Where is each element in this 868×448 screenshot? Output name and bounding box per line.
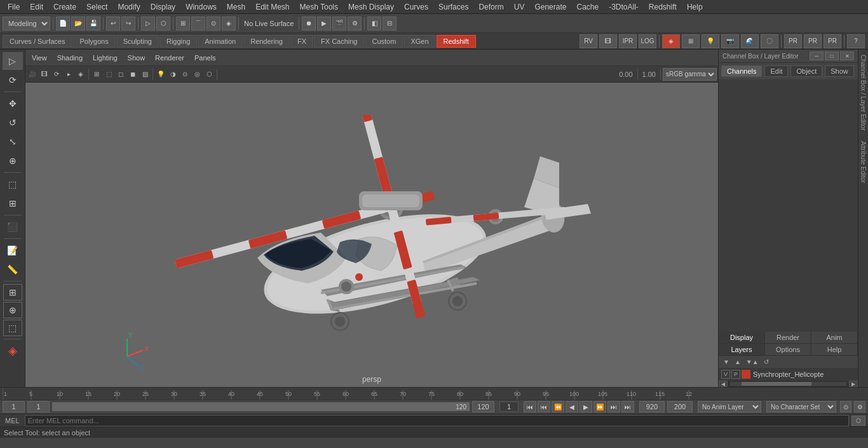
anim-end2-input[interactable] <box>667 401 693 412</box>
menu-deform[interactable]: Deform <box>473 1 508 13</box>
vi-shaded-btn[interactable]: ◼ <box>127 67 139 81</box>
redshift-tool[interactable]: ◈ <box>3 342 23 360</box>
rp-collapse-btn[interactable]: ─ <box>810 51 824 60</box>
tab-fx[interactable]: FX <box>290 35 313 48</box>
layer-refresh-btn[interactable]: ↺ <box>762 358 771 366</box>
show-manipulator-tool[interactable]: ⊞ <box>3 194 23 212</box>
vi-solo-btn[interactable]: ▸ <box>63 67 74 81</box>
vi-film-btn[interactable]: 🎞 <box>39 67 50 81</box>
render-settings-button[interactable]: ⚙ <box>348 17 362 31</box>
menu-edit-mesh[interactable]: Edit Mesh <box>250 1 294 13</box>
scroll-track[interactable] <box>730 382 846 386</box>
snap-grid-button[interactable]: ⊞ <box>176 17 190 31</box>
anim-layer-select[interactable]: No Anim Layer <box>698 401 761 412</box>
vi-ao-btn[interactable]: ⊙ <box>179 67 191 81</box>
cb-tab-show[interactable]: Show <box>825 65 854 77</box>
vp-shading-menu[interactable]: Shading <box>53 53 86 63</box>
cb-tab-channels[interactable]: Channels <box>721 65 762 77</box>
lasso-tool[interactable]: ⟳ <box>3 71 23 89</box>
anim-end-input[interactable] <box>639 401 665 412</box>
vi-wireframe-btn[interactable]: ◻ <box>115 67 126 81</box>
menu-select[interactable]: Select <box>81 1 112 13</box>
vp-lighting-menu[interactable]: Lighting <box>89 53 121 63</box>
save-scene-button[interactable]: 💾 <box>86 17 100 31</box>
color-space-select[interactable]: sRGB gamma <box>663 68 717 81</box>
current-frame-input-left[interactable] <box>3 401 25 412</box>
menu-cache[interactable]: Cache <box>571 1 604 13</box>
open-scene-button[interactable]: 📂 <box>71 17 85 31</box>
rs-light-btn[interactable]: 💡 <box>702 34 719 48</box>
rs-pr1-btn[interactable]: PR <box>784 34 802 48</box>
rp-float-btn[interactable]: □ <box>825 51 839 60</box>
measure-tool[interactable]: 📏 <box>3 261 23 278</box>
tab-render[interactable]: Render <box>765 332 811 343</box>
rs-pr3-btn[interactable]: PR <box>824 34 841 48</box>
menu-generate[interactable]: Generate <box>529 1 571 13</box>
tab-layers[interactable]: Layers <box>719 344 765 355</box>
menu-3dtoall[interactable]: -3DtoAll- <box>604 1 644 13</box>
horizontal-scrollbar[interactable]: ◀ ▶ <box>719 381 858 387</box>
menu-mesh-display[interactable]: Mesh Display <box>343 1 399 13</box>
step-back-btn[interactable]: ⏮ <box>538 401 550 412</box>
tab-xgen[interactable]: XGen <box>403 35 435 48</box>
viewport[interactable]: View Shading Lighting Show Renderer Pane… <box>25 50 718 387</box>
rs-pr2-btn[interactable]: PR <box>804 34 822 48</box>
history-button[interactable]: ⏺ <box>302 17 316 31</box>
go-start-btn[interactable]: ⏮ <box>524 401 536 412</box>
menu-curves[interactable]: Curves <box>399 1 433 13</box>
scale-tool[interactable]: ⤡ <box>3 133 23 151</box>
rs-cam-btn[interactable]: 📷 <box>721 34 739 48</box>
new-scene-button[interactable]: 📄 <box>56 17 70 31</box>
rs-mat-btn[interactable]: ⊞ <box>682 34 700 48</box>
char-set-select[interactable]: No Character Set <box>766 401 836 412</box>
vi-light-btn[interactable]: 💡 <box>155 67 166 81</box>
range-bar[interactable]: 120 <box>52 402 470 411</box>
rs-btn-2[interactable]: 🎞 <box>599 34 617 48</box>
menu-windows[interactable]: Windows <box>180 1 222 13</box>
menu-create[interactable]: Create <box>48 1 81 13</box>
play-back-btn[interactable]: ◀ <box>566 401 578 412</box>
grid-btn[interactable]: ⊞ <box>3 284 22 301</box>
layer-playback-toggle[interactable]: P <box>731 370 740 379</box>
vi-shadow-btn[interactable]: ◑ <box>167 67 179 81</box>
rotate-tool[interactable]: ↺ <box>3 114 23 132</box>
autokey-btn[interactable]: ⊙ <box>840 401 851 412</box>
ipr-button[interactable]: 🎬 <box>332 17 346 31</box>
tab-display[interactable]: Display <box>719 332 765 343</box>
menu-mesh-tools[interactable]: Mesh Tools <box>295 1 343 13</box>
layer-delete-btn[interactable]: ▼▲ <box>744 358 761 366</box>
vi-select-btn[interactable]: ◈ <box>75 67 86 81</box>
rs-obj-btn[interactable]: 〇 <box>761 34 778 48</box>
layer-visibility-toggle[interactable]: V <box>721 370 730 379</box>
snap-point-button[interactable]: ⊙ <box>207 17 220 31</box>
step-fwd-btn[interactable]: ⏭ <box>607 401 620 412</box>
vp-view-menu[interactable]: View <box>28 53 51 63</box>
tab-polygons[interactable]: Polygons <box>72 35 115 48</box>
snap-curve-button[interactable]: ⌒ <box>191 17 205 31</box>
vert-tab-channel-layer-editor[interactable]: Channel Box / Layer Editor <box>858 50 868 136</box>
vp-show-menu[interactable]: Show <box>124 53 149 63</box>
vp-panels-menu[interactable]: Panels <box>191 53 220 63</box>
select-tool-button[interactable]: ▷ <box>141 17 155 31</box>
rs-btn-ipr[interactable]: IPR <box>619 34 637 48</box>
cb-tab-object[interactable]: Object <box>790 65 822 77</box>
menu-mesh[interactable]: Mesh <box>222 1 250 13</box>
menu-uv[interactable]: UV <box>509 1 530 13</box>
scroll-left-arrow[interactable]: ◀ <box>719 381 728 387</box>
tab-fx-caching[interactable]: FX Caching <box>314 35 364 48</box>
redo-button[interactable]: ↪ <box>121 17 135 31</box>
lasso-select-button[interactable]: ⬡ <box>156 17 170 31</box>
snap-view-button[interactable]: ◈ <box>222 17 236 31</box>
range-start-input[interactable] <box>27 401 50 412</box>
prev-key-btn[interactable]: ⏪ <box>552 401 564 412</box>
display-settings-button[interactable]: ◧ <box>367 17 381 31</box>
render-button[interactable]: ▶ <box>317 17 331 31</box>
vi-textured-btn[interactable]: ▨ <box>139 67 151 81</box>
menu-edit[interactable]: Edit <box>25 1 48 13</box>
scroll-right-arrow[interactable]: ▶ <box>849 381 858 387</box>
menu-surfaces[interactable]: Surfaces <box>433 1 473 13</box>
mel-expand-btn[interactable]: ⬡ <box>851 416 865 426</box>
vi-sync-btn[interactable]: ⟳ <box>51 67 62 81</box>
layer-sort-btn[interactable]: ▲ <box>733 358 743 366</box>
layer-new-btn[interactable]: ▼ <box>721 358 731 366</box>
